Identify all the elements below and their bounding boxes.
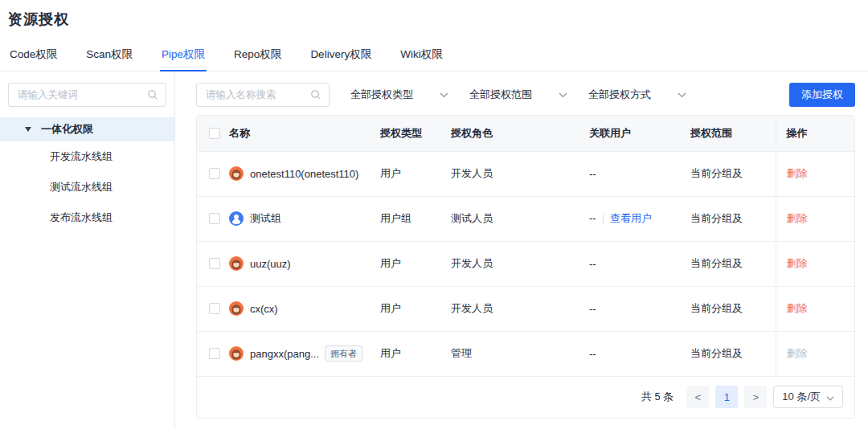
filter-auth-scope[interactable]: 全部授权范围: [469, 88, 567, 102]
table-footer: 共 5 条 < 1 > 10 条/页: [197, 376, 854, 418]
row-name: onetest110(onetest110): [250, 168, 358, 180]
page-size-value: 10 条/页: [782, 390, 821, 404]
sidebar: 一体化权限 开发流水线组 测试流水线组 发布流水线组: [0, 72, 175, 429]
row-auth-role: 开发人员: [451, 151, 589, 196]
tab-repo[interactable]: Repo权限: [232, 40, 283, 71]
tree-node-dev-group[interactable]: 开发流水线组: [0, 141, 174, 172]
column-related-users: 关联用户: [589, 116, 690, 151]
separator: |: [602, 212, 604, 224]
row-users: --: [589, 168, 596, 180]
row-scope: 当前分组及: [690, 196, 776, 241]
caret-down-icon[interactable]: [25, 127, 31, 132]
tab-code[interactable]: Code权限: [8, 40, 59, 71]
row-scope: 当前分组及: [690, 286, 776, 331]
tree-child-label: 开发流水线组: [50, 149, 113, 164]
chevron-down-icon: [678, 92, 686, 98]
column-name: 名称: [229, 116, 380, 151]
view-users-link[interactable]: 查看用户: [610, 212, 652, 224]
row-auth-type: 用户: [380, 331, 451, 376]
column-operation: 操作: [776, 116, 854, 151]
row-users: --: [589, 348, 596, 360]
tree-child-label: 发布流水线组: [50, 210, 113, 225]
column-auth-type: 授权类型: [380, 116, 451, 151]
row-users: --: [589, 258, 596, 270]
table-row: 测试组 用户组 测试人员 --|查看用户 当前分组及 删除: [197, 196, 854, 241]
content: 一体化权限 开发流水线组 测试流水线组 发布流水线组: [0, 72, 868, 429]
row-auth-type: 用户: [380, 151, 451, 196]
tree-node-test-group[interactable]: 测试流水线组: [0, 172, 174, 202]
row-name: uuz(uuz): [250, 258, 291, 270]
tab-bar: Code权限 Scan权限 Pipe权限 Repo权限 Delivery权限 W…: [0, 40, 868, 72]
permission-tree: 一体化权限 开发流水线组 测试流水线组 发布流水线组: [0, 117, 174, 233]
filter-label: 全部授权方式: [588, 88, 651, 102]
table-row: pangxx(pang... 拥有者 用户 管理 -- 当前分组及 删除: [197, 331, 854, 376]
tab-wiki[interactable]: Wiki权限: [399, 40, 444, 71]
row-users: --: [589, 303, 596, 315]
filter-label: 全部授权范围: [469, 88, 532, 102]
main-panel: 全部授权类型 全部授权范围 全部授权方式 添加授权: [175, 72, 868, 429]
row-auth-type: 用户: [380, 286, 451, 331]
delete-button[interactable]: 删除: [787, 302, 808, 314]
delete-button[interactable]: 删除: [787, 167, 808, 179]
delete-button[interactable]: 删除: [787, 212, 808, 224]
page-1-button[interactable]: 1: [715, 386, 738, 408]
row-auth-type: 用户: [380, 241, 451, 286]
delete-button[interactable]: 删除: [787, 257, 808, 269]
add-authorization-button[interactable]: 添加授权: [789, 83, 855, 107]
filter-label: 全部授权类型: [350, 88, 413, 102]
tab-delivery[interactable]: Delivery权限: [309, 40, 373, 71]
row-scope: 当前分组及: [690, 241, 776, 286]
owner-badge: 拥有者: [325, 345, 362, 362]
filter-auth-method[interactable]: 全部授权方式: [588, 88, 686, 102]
name-search-input[interactable]: [204, 88, 310, 101]
sidebar-search-box: [8, 83, 166, 107]
tab-pipe[interactable]: Pipe权限: [160, 40, 207, 72]
search-icon: [310, 89, 321, 100]
chevron-down-icon: [440, 92, 448, 98]
page-size-select[interactable]: 10 条/页: [773, 386, 843, 408]
next-page-button[interactable]: >: [744, 386, 767, 408]
total-count: 共 5 条: [641, 390, 674, 404]
authorization-table: 名称 授权类型 授权角色 关联用户 授权范围 操作: [196, 115, 855, 419]
table-row: onetest110(onetest110) 用户 开发人员 -- 当前分组及 …: [197, 151, 854, 196]
tree-node-release-group[interactable]: 发布流水线组: [0, 202, 174, 233]
table-row: uuz(uuz) 用户 开发人员 -- 当前分组及 删除: [197, 241, 854, 286]
row-auth-role: 开发人员: [451, 286, 589, 331]
column-auth-scope: 授权范围: [690, 116, 776, 151]
tree-root-label: 一体化权限: [41, 122, 93, 137]
user-avatar: [229, 301, 244, 316]
user-avatar: [229, 256, 244, 271]
search-icon: [147, 89, 158, 100]
row-auth-role: 测试人员: [451, 196, 589, 241]
page-title: 资源授权: [0, 0, 868, 29]
select-all-checkbox[interactable]: [209, 128, 220, 139]
user-avatar: [229, 346, 244, 361]
prev-page-button[interactable]: <: [686, 386, 709, 408]
row-scope: 当前分组及: [690, 151, 776, 196]
user-avatar: [229, 166, 244, 181]
row-auth-role: 管理: [451, 331, 589, 376]
row-checkbox[interactable]: [209, 258, 220, 269]
delete-button-disabled: 删除: [787, 347, 808, 359]
row-checkbox[interactable]: [209, 348, 220, 359]
toolbar: 全部授权类型 全部授权范围 全部授权方式 添加授权: [196, 83, 855, 107]
row-checkbox[interactable]: [209, 213, 220, 224]
name-search-box: [196, 83, 330, 107]
table-row: cx(cx) 用户 开发人员 -- 当前分组及 删除: [197, 286, 854, 331]
chevron-down-icon: [826, 391, 834, 403]
row-checkbox[interactable]: [209, 303, 220, 314]
row-users: --: [589, 212, 596, 224]
sidebar-search-input[interactable]: [16, 88, 147, 101]
chevron-down-icon: [559, 92, 567, 98]
row-auth-type: 用户组: [380, 196, 451, 241]
row-name: pangxx(pang...: [250, 348, 319, 360]
tree-child-label: 测试流水线组: [50, 180, 113, 194]
row-scope: 当前分组及: [690, 331, 776, 376]
tree-node-root[interactable]: 一体化权限: [0, 117, 174, 141]
row-name: 测试组: [250, 211, 281, 226]
tab-scan[interactable]: Scan权限: [84, 40, 134, 71]
row-auth-role: 开发人员: [451, 241, 589, 286]
group-avatar: [229, 211, 244, 226]
row-checkbox[interactable]: [209, 168, 220, 179]
filter-auth-type[interactable]: 全部授权类型: [350, 88, 448, 102]
